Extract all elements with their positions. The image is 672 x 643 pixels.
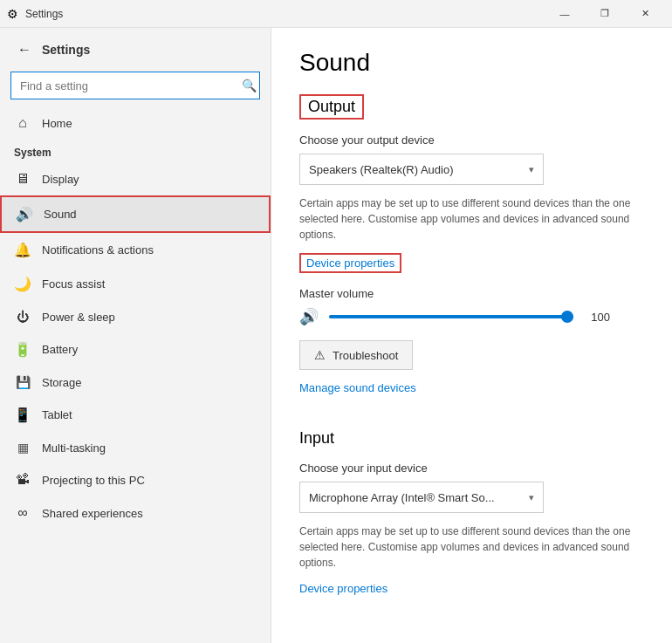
sidebar-item-storage-label: Storage [42, 376, 257, 389]
search-icon: 🔍 [242, 79, 257, 92]
title-bar-left: ⚙ Settings [7, 7, 63, 21]
output-title: Output [308, 98, 355, 115]
input-device-dropdown[interactable]: Microphone Array (Intel® Smart So... ▾ [299, 482, 544, 513]
sidebar-item-battery[interactable]: 🔋 Battery [0, 332, 271, 366]
sidebar-item-home-label: Home [42, 117, 257, 130]
output-dropdown-arrow: ▾ [529, 164, 534, 175]
sidebar-item-display-label: Display [42, 173, 257, 186]
volume-slider[interactable] [329, 308, 573, 325]
input-device-properties-link[interactable]: Device properties [299, 582, 387, 595]
output-device-dropdown[interactable]: Speakers (Realtek(R) Audio) ▾ [299, 154, 544, 185]
search-icon-button[interactable]: 🔍 [242, 79, 257, 92]
slider-track [329, 315, 573, 318]
sidebar-item-notifications-label: Notifications & actions [42, 243, 257, 257]
output-dropdown-value: Speakers (Realtek(R) Audio) [309, 163, 453, 176]
search-input[interactable] [10, 72, 260, 99]
sidebar-item-tablet-label: Tablet [42, 408, 257, 421]
minimize-button[interactable]: — [545, 0, 585, 28]
sidebar-item-multitasking[interactable]: ▦ Multi-tasking [0, 432, 271, 463]
sidebar-item-shared-label: Shared experiences [42, 507, 257, 520]
sidebar-app-title: Settings [42, 43, 90, 57]
back-button[interactable]: ← [14, 38, 35, 61]
sidebar-item-focus-label: Focus assist [42, 277, 257, 291]
home-icon: ⌂ [14, 115, 31, 131]
title-bar-title: Settings [25, 8, 63, 20]
sidebar-item-storage[interactable]: 💾 Storage [0, 366, 271, 398]
volume-row: 🔊 100 [299, 307, 644, 326]
sidebar-item-display[interactable]: 🖥 Display [0, 162, 271, 195]
storage-icon: 💾 [14, 375, 31, 389]
input-choose-label: Choose your input device [299, 462, 644, 475]
sidebar-item-notifications[interactable]: 🔔 Notifications & actions [0, 233, 271, 267]
troubleshoot-button[interactable]: ⚠ Troubleshoot [299, 340, 413, 370]
sidebar-item-projecting[interactable]: 📽 Projecting to this PC [0, 463, 271, 496]
focus-icon: 🌙 [14, 276, 31, 292]
manage-sound-devices-link[interactable]: Manage sound devices [299, 381, 416, 394]
device-properties-link[interactable]: Device properties [299, 253, 401, 273]
sidebar-section-header: System [0, 140, 271, 162]
input-dropdown-arrow: ▾ [529, 492, 534, 503]
troubleshoot-icon: ⚠ [314, 348, 326, 362]
sidebar-item-home[interactable]: ⌂ Home [0, 106, 271, 140]
display-icon: 🖥 [14, 171, 31, 187]
output-title-box: Output [299, 94, 364, 120]
sidebar: ← Settings 🔍 ⌂ Home System 🖥 Display 🔊 S… [0, 28, 271, 643]
title-bar: ⚙ Settings — ❐ ✕ [0, 0, 672, 28]
sidebar-item-sound[interactable]: 🔊 Sound [0, 195, 271, 233]
input-title: Input [299, 429, 334, 447]
sidebar-item-shared[interactable]: ∞ Shared experiences [0, 496, 271, 530]
page-title: Sound [299, 49, 644, 77]
input-dropdown-value: Microphone Array (Intel® Smart So... [309, 491, 495, 504]
input-section: Input Choose your input device Microphon… [299, 429, 644, 609]
sidebar-item-battery-label: Battery [42, 343, 257, 356]
multitasking-icon: ▦ [14, 441, 31, 455]
main-content: Sound Output Choose your output device S… [271, 28, 672, 643]
back-icon: ← [17, 42, 31, 58]
output-choose-label: Choose your output device [299, 133, 644, 147]
sidebar-item-projecting-label: Projecting to this PC [42, 474, 257, 487]
volume-value: 100 [584, 311, 610, 324]
app-body: ← Settings 🔍 ⌂ Home System 🖥 Display 🔊 S… [0, 28, 672, 643]
sound-icon: 🔊 [16, 206, 33, 222]
battery-icon: 🔋 [14, 341, 31, 358]
search-box: 🔍 [10, 72, 260, 99]
input-title-box: Input [299, 429, 644, 448]
sidebar-item-multitasking-label: Multi-tasking [42, 441, 257, 455]
power-icon: ⏻ [14, 310, 31, 324]
output-info-text: Certain apps may be set up to use differ… [299, 195, 644, 243]
maximize-button[interactable]: ❐ [585, 0, 625, 28]
title-bar-controls: — ❐ ✕ [545, 0, 665, 28]
notifications-icon: 🔔 [14, 242, 31, 258]
volume-section: Master volume 🔊 100 [299, 287, 644, 326]
slider-thumb[interactable] [561, 311, 573, 323]
sidebar-item-focus[interactable]: 🌙 Focus assist [0, 267, 271, 301]
output-section: Output Choose your output device Speaker… [299, 94, 644, 408]
volume-speaker-icon: 🔊 [299, 307, 319, 326]
troubleshoot-label: Troubleshoot [333, 349, 398, 362]
sidebar-item-sound-label: Sound [44, 208, 255, 221]
close-button[interactable]: ✕ [625, 0, 665, 28]
tablet-icon: 📱 [14, 407, 31, 423]
input-info-text: Certain apps may be set up to use differ… [299, 523, 644, 571]
sidebar-item-power[interactable]: ⏻ Power & sleep [0, 301, 271, 332]
master-volume-label: Master volume [299, 287, 644, 300]
sidebar-item-power-label: Power & sleep [42, 311, 257, 324]
projecting-icon: 📽 [14, 472, 31, 488]
shared-icon: ∞ [14, 505, 31, 521]
sidebar-item-tablet[interactable]: 📱 Tablet [0, 398, 271, 432]
title-bar-icon: ⚙ [7, 7, 18, 21]
slider-fill [329, 315, 573, 318]
sidebar-nav-top: ← Settings [0, 28, 271, 72]
